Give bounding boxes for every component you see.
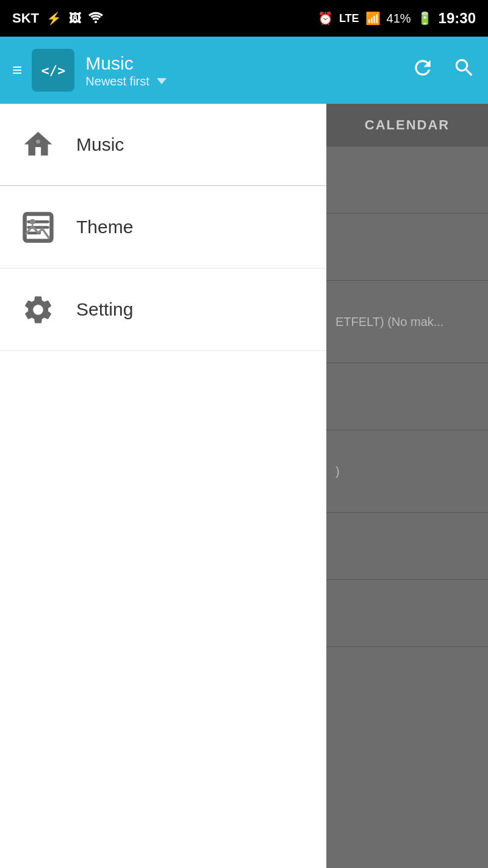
svg-point-3 — [30, 219, 35, 224]
alarm-icon: ⏰ — [318, 11, 333, 26]
refresh-button[interactable] — [411, 56, 434, 84]
home-icon — [18, 125, 58, 164]
right-panel-text-3: ETFELT) (No mak... — [336, 315, 443, 329]
battery-icon: 🔋 — [417, 11, 432, 26]
dropdown-arrow-icon — [157, 78, 167, 84]
sidebar-item-music[interactable]: Music — [0, 104, 326, 186]
battery-percent: 41% — [387, 12, 411, 26]
right-panel-calendar-header: CALENDAR — [326, 104, 488, 146]
sidebar-item-setting-label: Setting — [76, 299, 133, 320]
app-title: Music — [85, 52, 411, 74]
right-panel-row-4 — [326, 363, 488, 430]
status-bar-left: SKT ⚡ 🖼 — [12, 10, 103, 26]
usb-icon: ⚡ — [46, 11, 62, 26]
search-button[interactable] — [453, 56, 476, 84]
lte-label: LTE — [339, 12, 359, 25]
sidebar: Music Theme — [0, 104, 326, 868]
app-header: ≡ </> Music Newest first — [0, 37, 488, 104]
signal-icon: 📶 — [365, 11, 381, 26]
right-panel-row-5: ) — [326, 430, 488, 513]
calendar-label: CALENDAR — [365, 117, 450, 133]
image-icon: 🖼 — [69, 12, 81, 26]
status-bar: SKT ⚡ 🖼 ⏰ LTE 📶 41% 🔋 19:30 — [0, 0, 488, 37]
right-panel-row-3: ETFELT) (No mak... — [326, 281, 488, 363]
hamburger-menu-icon[interactable]: ≡ — [12, 60, 22, 80]
sidebar-item-theme[interactable]: Theme — [0, 186, 326, 269]
carrier-label: SKT — [12, 10, 39, 26]
svg-point-0 — [95, 21, 97, 23]
right-panel-row-1 — [326, 146, 488, 214]
settings-icon — [18, 290, 58, 330]
right-panel-row-7 — [326, 580, 488, 647]
right-panel-row-2 — [326, 214, 488, 281]
sidebar-item-music-label: Music — [76, 134, 124, 155]
sidebar-item-setting[interactable]: Setting — [0, 269, 326, 351]
wifi-icon — [88, 11, 103, 26]
main-area: Music Theme — [0, 104, 488, 868]
right-panel-text-5: ) — [336, 465, 340, 479]
header-actions — [411, 56, 476, 84]
app-logo-text: </> — [41, 63, 65, 78]
right-panel: CALENDAR ETFELT) (No mak... ) — [326, 104, 488, 868]
app-subtitle[interactable]: Newest first — [85, 74, 411, 89]
time-display: 19:30 — [439, 10, 476, 27]
status-bar-right: ⏰ LTE 📶 41% 🔋 19:30 — [318, 10, 476, 27]
app-title-group: Music Newest first — [85, 52, 411, 89]
right-panel-row-6 — [326, 513, 488, 580]
sidebar-item-theme-label: Theme — [76, 217, 133, 237]
theme-icon — [18, 208, 58, 247]
app-logo: </> — [32, 49, 74, 92]
